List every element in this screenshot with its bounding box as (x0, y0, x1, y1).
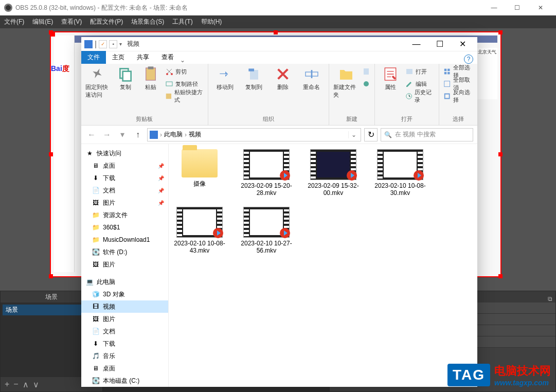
video-file-item[interactable]: 2023-02-10 10-08-30.mkv (374, 149, 426, 197)
watermark: TAG 电脑技术网 www.tagxp.com (447, 363, 551, 387)
explorer-minimize-button[interactable]: — (405, 37, 428, 51)
paste-button[interactable]: 粘贴 (139, 66, 162, 102)
breadcrumb-pc[interactable]: 此电脑 (164, 130, 183, 139)
nav-local-c[interactable]: 💽本地磁盘 (C:) (81, 375, 168, 387)
history-button[interactable]: 历史记录 (405, 91, 435, 102)
move-icon (217, 66, 234, 82)
paste-shortcut-button[interactable]: 粘贴快捷方式 (165, 91, 204, 102)
drive-icon: 💽 (92, 377, 100, 385)
nav-pane[interactable]: ★快速访问 🖥桌面📌 ⬇下载📌 📄文档📌 🖼图片📌 📁资源文件 📁360$1 📁… (81, 144, 169, 387)
add-scene-button[interactable]: + (5, 380, 9, 389)
nav-pictures2[interactable]: 🖼图片 (81, 258, 168, 271)
tab-file[interactable]: 文件 (81, 51, 106, 64)
qat-checkbox[interactable]: ✓ (99, 40, 107, 48)
close-button[interactable]: ✕ (529, 0, 552, 15)
invert-selection-button[interactable]: 反向选择 (443, 91, 473, 102)
qat-item[interactable]: ▪ (109, 40, 117, 48)
nav-360[interactable]: 📁360$1 (81, 221, 168, 234)
select-none-button[interactable]: 全部取消 (443, 78, 473, 90)
ribbon-label: 粘贴 (145, 83, 156, 91)
up-button[interactable]: ↑ (132, 129, 144, 141)
folder-item[interactable]: 摄像 (174, 149, 225, 197)
play-overlay-icon (280, 228, 290, 238)
properties-button[interactable]: 属性 (379, 66, 402, 102)
easy-access-button[interactable] (362, 78, 370, 90)
popout-icon[interactable]: ⧉ (546, 293, 553, 300)
folder-icon: 📁 (92, 223, 100, 231)
edit-button[interactable]: 编辑 (405, 78, 435, 90)
recent-dropdown[interactable]: ▾ (116, 129, 129, 141)
nav-soft-d[interactable]: 💽软件 (D:) (81, 246, 168, 258)
video-lib-icon (150, 131, 158, 139)
tab-view[interactable]: 查看 (155, 51, 180, 64)
video-file-item[interactable]: 2023-02-09 15-20-28.mkv (241, 149, 292, 197)
tab-home[interactable]: 主页 (106, 51, 131, 64)
breadcrumb-videos[interactable]: 视频 (189, 130, 201, 139)
menu-profile[interactable]: 配置文件(P) (90, 17, 123, 26)
copy-to-button[interactable]: 复制到 (241, 66, 267, 91)
nav-pictures[interactable]: 🖼图片📌 (81, 197, 168, 209)
nav-documents2[interactable]: 📄文档 (81, 325, 168, 337)
nav-documents[interactable]: 📄文档📌 (81, 184, 168, 197)
refresh-button[interactable]: ↻ (364, 128, 378, 141)
rename-button[interactable]: 重命名 (299, 66, 325, 91)
nav-downloads[interactable]: ⬇下载📌 (81, 172, 168, 184)
menu-help[interactable]: 帮助(H) (201, 17, 222, 26)
new-folder-button[interactable]: 新建文件夹 (333, 66, 359, 99)
nav-resources[interactable]: 📁资源文件 (81, 209, 168, 221)
select-all-icon (443, 67, 451, 76)
forward-button[interactable]: → (101, 129, 113, 141)
video-file-item[interactable]: 2023-02-10 10-08-43.mkv (174, 207, 225, 254)
search-input[interactable]: 🔍 在 视频 中搜索 (381, 128, 473, 141)
ribbon-label: 固定到快速访问 (85, 83, 111, 99)
nav-pictures3[interactable]: 🖼图片 (81, 313, 168, 325)
menu-file[interactable]: 文件(F) (4, 17, 24, 26)
nav-this-pc[interactable]: 💻此电脑 (81, 276, 168, 288)
nav-desktop2[interactable]: 🖥桌面 (81, 362, 168, 375)
nav-music[interactable]: 🎵音乐 (81, 350, 168, 362)
cut-button[interactable]: 剪切 (165, 66, 204, 77)
menu-view[interactable]: 查看(V) (61, 17, 82, 26)
content-pane[interactable]: 摄像 2023-02-09 15-20-28.mkv 2023-02-09 15… (169, 144, 477, 387)
help-icon[interactable]: ? (464, 55, 473, 64)
explorer-titlebar[interactable]: | ✓ ▪ ▾ 视频 — ☐ ✕ (81, 37, 477, 51)
nav-quick-access[interactable]: ★快速访问 (81, 147, 168, 159)
remove-scene-button[interactable]: − (13, 380, 18, 389)
open-button[interactable]: 打开 (405, 66, 435, 77)
scene-up-button[interactable]: ∧ (23, 380, 29, 389)
video-file-item[interactable]: 2023-02-09 15-32-00.mkv (308, 149, 359, 197)
ribbon-label: 反向选择 (453, 88, 474, 104)
menu-edit[interactable]: 编辑(E) (32, 17, 53, 26)
qat-dropdown-icon[interactable]: ▾ (119, 41, 122, 47)
video-file-item[interactable]: 2023-02-10 10-27-56.mkv (241, 207, 292, 254)
nav-downloads2[interactable]: ⬇下载 (81, 337, 168, 350)
ribbon-collapse-icon[interactable]: ⌄ (180, 57, 185, 64)
nav-3d[interactable]: 🧊3D 对象 (81, 288, 168, 300)
menu-tools[interactable]: 工具(T) (172, 17, 192, 26)
select-all-button[interactable]: 全部选择 (443, 66, 473, 77)
drive-icon: 💽 (92, 248, 100, 256)
explorer-maximize-button[interactable]: ☐ (428, 37, 451, 51)
edit-icon (405, 80, 414, 88)
delete-button[interactable]: 删除 (270, 66, 296, 91)
play-overlay-icon (280, 170, 290, 181)
copy-path-button[interactable]: 复制路径 (165, 78, 204, 90)
svg-rect-16 (444, 69, 446, 71)
new-item-button[interactable] (362, 66, 370, 77)
address-bar[interactable]: › 此电脑 › 视频 ⌄ (147, 128, 361, 141)
nav-desktop[interactable]: 🖥桌面📌 (81, 159, 168, 172)
nav-videos[interactable]: 🎞视频 (81, 300, 168, 313)
tab-share[interactable]: 共享 (131, 51, 155, 64)
nav-musicdl[interactable]: 📁MusicDownload1 (81, 234, 168, 246)
scene-down-button[interactable]: ∨ (33, 380, 39, 389)
maximize-button[interactable]: ☐ (506, 0, 529, 15)
explorer-close-button[interactable]: ✕ (451, 37, 474, 51)
pin-to-quick-access-button[interactable]: 固定到快速访问 (85, 66, 111, 102)
menu-scenes[interactable]: 场景集合(S) (131, 17, 164, 26)
minimize-button[interactable]: — (482, 0, 506, 15)
copy-button[interactable]: 复制 (114, 66, 136, 102)
back-button[interactable]: ← (85, 129, 98, 141)
move-to-button[interactable]: 移动到 (212, 66, 238, 91)
addr-dropdown-icon[interactable]: ⌄ (348, 131, 358, 138)
preview-right-widget: 北京天气 (477, 48, 497, 99)
